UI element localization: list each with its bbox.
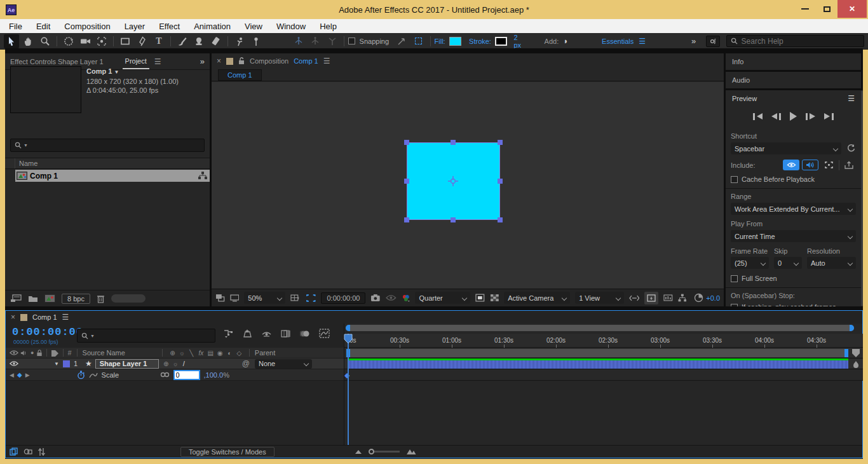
hand-tool-icon[interactable] — [20, 34, 36, 48]
last-frame-button[interactable] — [824, 113, 834, 120]
menu-view[interactable]: View — [245, 22, 262, 31]
first-frame-button[interactable] — [753, 113, 763, 120]
minimize-button[interactable] — [794, 0, 816, 18]
layer-row[interactable]: ▼ 1 ★ Shape Layer 1 ⊕ ☼ / @ None — [6, 358, 344, 369]
scale-value-input[interactable] — [173, 370, 200, 380]
fill-label[interactable]: Fill: — [435, 38, 445, 45]
exposure-value[interactable]: +0.0 — [706, 294, 720, 302]
fill-swatch[interactable] — [449, 37, 461, 46]
time-ruler[interactable]: 0s 00:30s 01:00s 01:30s 02:00s 02:30s 03… — [344, 334, 863, 348]
zoom-in-mountain-icon[interactable] — [406, 448, 416, 455]
anchor-point-icon[interactable] — [447, 175, 459, 187]
expand-in-out-icon[interactable] — [37, 447, 46, 456]
channel-icon[interactable] — [402, 294, 410, 303]
info-panel-header[interactable]: Info — [726, 53, 861, 70]
snapping-checkbox[interactable] — [348, 38, 355, 44]
snap-pickwhip-icon[interactable] — [394, 34, 409, 48]
composition-mini-flowchart-icon[interactable] — [223, 329, 233, 338]
right-panel-scrollbar[interactable] — [861, 90, 863, 306]
menu-edit[interactable]: Edit — [36, 22, 50, 31]
menu-window[interactable]: Window — [276, 22, 306, 31]
sync-settings-icon[interactable] — [706, 36, 719, 47]
stroke-swatch[interactable] — [495, 37, 508, 46]
comp-marker-bin-icon[interactable] — [851, 348, 860, 358]
primary-viewer-icon[interactable] — [230, 294, 240, 302]
view-layout-dropdown[interactable]: 1 View — [575, 292, 624, 304]
timeline-close-icon[interactable]: × — [11, 313, 15, 322]
timeline-button[interactable] — [644, 292, 658, 304]
menu-composition[interactable]: Composition — [64, 22, 110, 31]
handle-mid-left[interactable] — [404, 179, 409, 184]
grid-guides-icon[interactable] — [290, 294, 301, 303]
type-tool-icon[interactable]: T — [151, 34, 166, 48]
view-axis-mode-icon[interactable] — [324, 34, 339, 48]
preview-resolution-dropdown[interactable]: Auto — [807, 257, 856, 269]
layer-anchor-switch[interactable]: ⊕ — [161, 360, 171, 367]
scale-property-row[interactable]: ◀ ◆ ▶ Scale ,100.0 % — [6, 369, 344, 381]
handle-top-center[interactable] — [451, 140, 456, 145]
timeline-drag-grip[interactable] — [20, 314, 27, 321]
audio-panel-header[interactable]: Audio — [726, 72, 861, 88]
skip-dropdown[interactable]: 0 — [774, 257, 802, 269]
workspace-menu-icon[interactable]: ☰ — [639, 37, 646, 46]
share-preview-icon[interactable] — [842, 160, 856, 170]
layer-quality-icon[interactable] — [852, 360, 860, 368]
parent-column-header[interactable]: Parent — [255, 349, 275, 357]
help-search-box[interactable] — [726, 35, 865, 47]
interpret-footage-icon[interactable] — [10, 294, 22, 303]
mini-flowchart-icon[interactable] — [678, 294, 687, 302]
toolbar-overflow-icon[interactable]: » — [691, 36, 696, 46]
menu-help[interactable]: Help — [320, 22, 337, 31]
trash-icon[interactable] — [97, 294, 105, 303]
layer-parent-dropdown[interactable]: None — [255, 359, 312, 369]
draft-3d-icon[interactable] — [242, 329, 252, 338]
pan-behind-tool-icon[interactable] — [94, 34, 109, 48]
world-axis-mode-icon[interactable] — [308, 34, 323, 48]
expand-layer-switches-icon[interactable] — [10, 447, 18, 456]
menu-animation[interactable]: Animation — [194, 22, 231, 31]
flowchart-icon[interactable] — [198, 172, 207, 180]
layer-name-box[interactable]: Shape Layer 1 — [95, 359, 159, 369]
work-area-bar[interactable] — [346, 349, 848, 357]
zoom-out-mountain-icon[interactable] — [355, 449, 362, 454]
play-from-dropdown[interactable]: Current Time — [731, 230, 856, 242]
transparency-grid-icon[interactable] — [490, 294, 499, 302]
handle-bottom-center[interactable] — [451, 217, 456, 222]
snap-options-icon[interactable] — [410, 34, 426, 48]
navigator-start-handle[interactable] — [346, 325, 350, 331]
project-columns-header[interactable]: Name — [5, 158, 210, 169]
name-column-header[interactable]: Name — [19, 160, 37, 167]
playhead-line[interactable] — [348, 334, 349, 445]
frame-blending-icon[interactable] — [281, 329, 291, 338]
prev-keyframe-arrow[interactable]: ◀ — [10, 372, 14, 378]
region-of-interest-icon[interactable] — [306, 294, 316, 303]
eraser-tool-icon[interactable] — [208, 34, 223, 48]
add-keyframe-diamond[interactable]: ◆ — [17, 371, 22, 378]
add-menu-icon[interactable]: ◑ — [562, 36, 567, 46]
shortcut-dropdown[interactable]: Spacebar — [731, 142, 841, 154]
full-screen-checkbox[interactable] — [731, 275, 738, 282]
snapshot-icon[interactable] — [370, 294, 381, 302]
expand-transfer-controls-icon[interactable] — [24, 447, 32, 456]
project-overflow-icon[interactable]: » — [200, 57, 205, 66]
scale-y-value[interactable]: ,100.0 — [204, 371, 224, 379]
tab-effect-controls[interactable]: Effect Controls Shape Layer 1 — [10, 58, 104, 65]
cache-before-playback-checkbox[interactable] — [731, 176, 738, 183]
tab-project[interactable]: Project — [123, 54, 149, 69]
source-name-column-header[interactable]: Source Name — [83, 349, 125, 357]
magnification-dropdown[interactable]: 50% — [244, 292, 285, 304]
stroke-label[interactable]: Stroke: — [469, 38, 491, 45]
previous-frame-button[interactable] — [771, 113, 781, 120]
preview-panel-menu-icon[interactable]: ☰ — [848, 94, 855, 103]
playhead-handle[interactable] — [344, 334, 353, 344]
preview-panel-title[interactable]: Preview — [732, 95, 757, 102]
help-search-input[interactable] — [742, 37, 856, 46]
viewer-tab-comp1[interactable]: Comp 1 — [218, 69, 262, 81]
handle-mid-right[interactable] — [498, 179, 503, 184]
bit-depth-button[interactable]: 8 bpc — [62, 294, 90, 304]
rotation-tool-icon[interactable] — [61, 34, 76, 48]
layer-collapse-switch[interactable]: ☼ — [171, 360, 180, 367]
timeline-zoom-slider[interactable] — [369, 449, 400, 454]
shape-layer-duration-bar[interactable] — [348, 360, 848, 369]
timeline-search-box[interactable]: ▼ — [77, 329, 215, 343]
